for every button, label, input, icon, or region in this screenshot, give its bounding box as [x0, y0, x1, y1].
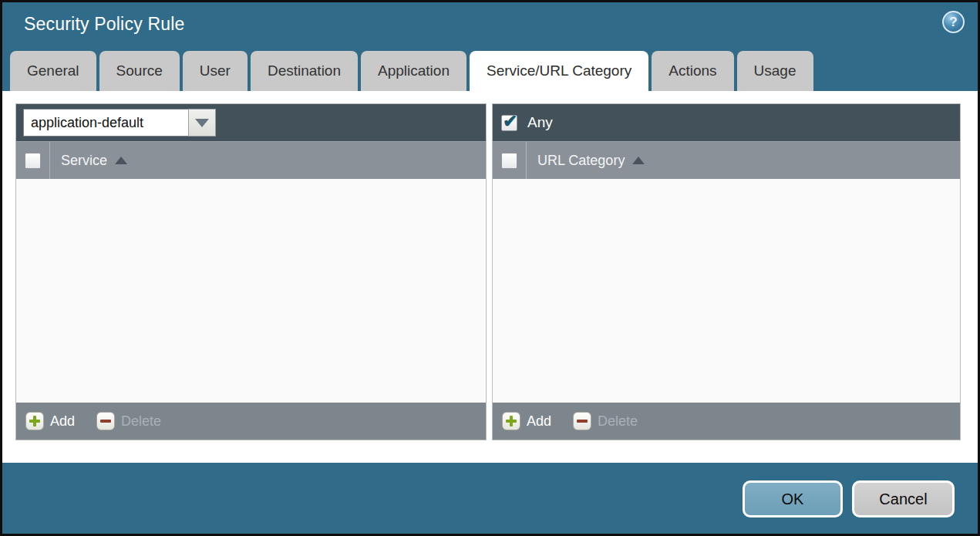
tab-bar: General Source User Destination Applicat…	[10, 51, 813, 91]
tab-content-sheet: Service Add Delete Any	[2, 91, 978, 463]
url-category-column-header[interactable]: URL Category	[537, 153, 625, 169]
tab-destination[interactable]: Destination	[251, 51, 358, 91]
delete-button-label: Delete	[598, 413, 638, 430]
tab-actions[interactable]: Actions	[652, 51, 733, 91]
url-category-column-header-row: URL Category	[493, 141, 960, 179]
dialog-title: Security Policy Rule	[24, 14, 185, 35]
help-icon[interactable]: ?	[942, 11, 965, 33]
sort-ascending-icon[interactable]	[115, 157, 127, 164]
service-select-all-checkbox[interactable]	[25, 153, 41, 169]
chevron-down-icon	[195, 119, 209, 127]
service-type-dropdown-button[interactable]	[188, 109, 216, 137]
service-delete-button: Delete	[96, 412, 161, 430]
url-category-add-button[interactable]: Add	[502, 412, 551, 430]
service-list-body[interactable]	[16, 179, 486, 403]
service-add-button[interactable]: Add	[25, 412, 75, 430]
service-toolbar: Add Delete	[16, 403, 486, 440]
url-category-toolbar: Add Delete	[493, 403, 960, 440]
tab-user[interactable]: User	[183, 51, 248, 91]
sort-ascending-icon[interactable]	[632, 157, 645, 164]
add-plus-icon	[25, 412, 44, 430]
add-button-label: Add	[50, 413, 75, 430]
any-row: Any	[500, 114, 553, 131]
service-panel: Service Add Delete	[15, 103, 487, 440]
ok-button[interactable]: OK	[743, 480, 843, 517]
security-policy-rule-dialog: Security Policy Rule ? General Source Us…	[0, 0, 980, 536]
service-column-header[interactable]: Service	[61, 153, 107, 169]
any-label: Any	[527, 114, 553, 131]
delete-button-label: Delete	[121, 413, 161, 430]
url-category-select-all-cell	[493, 142, 527, 179]
url-category-panel: Any URL Category Add Delete	[492, 103, 961, 440]
add-button-label: Add	[527, 413, 551, 430]
service-type-bar	[16, 104, 486, 141]
tab-general[interactable]: General	[10, 51, 96, 91]
cancel-button[interactable]: Cancel	[852, 480, 955, 517]
tab-service-url-category[interactable]: Service/URL Category	[470, 51, 648, 91]
url-category-any-bar: Any	[493, 104, 960, 141]
service-type-input[interactable]	[23, 109, 188, 137]
service-column-header-row: Service	[16, 141, 486, 179]
any-checkbox[interactable]	[501, 115, 517, 131]
tab-source[interactable]: Source	[99, 51, 180, 91]
delete-minus-icon	[573, 412, 591, 430]
url-category-select-all-checkbox[interactable]	[501, 153, 517, 169]
url-category-list-body[interactable]	[493, 179, 960, 403]
add-plus-icon	[502, 412, 520, 430]
delete-minus-icon	[96, 412, 115, 430]
url-category-delete-button: Delete	[573, 412, 638, 430]
tab-usage[interactable]: Usage	[737, 51, 813, 91]
service-type-dropdown	[23, 109, 216, 137]
tab-application[interactable]: Application	[361, 51, 466, 91]
service-select-all-cell	[16, 142, 50, 179]
